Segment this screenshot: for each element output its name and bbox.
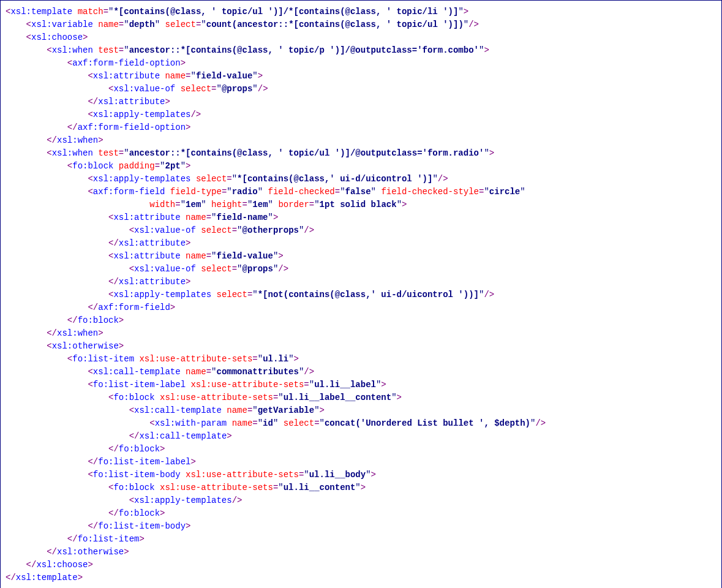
code-block: <xsl:template match="*[contains(@class, … — [0, 0, 722, 588]
code-text: <xsl:template match="*[contains(@class, … — [6, 7, 546, 582]
